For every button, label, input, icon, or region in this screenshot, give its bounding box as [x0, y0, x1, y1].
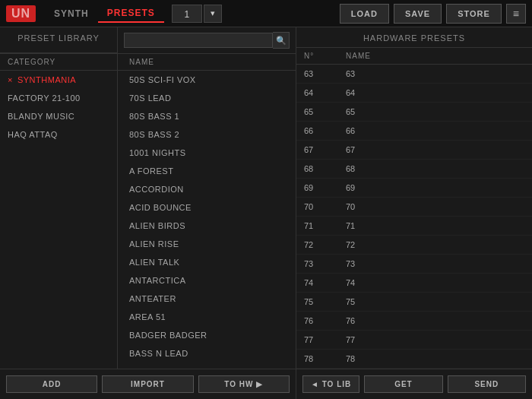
hw-row-number: 73	[296, 259, 338, 268]
list-item[interactable]: 1001 NIGHTS	[118, 144, 296, 162]
preset-number-display: 1	[172, 5, 202, 23]
table-row[interactable]: 6969	[296, 179, 532, 198]
hw-row-name: 76	[338, 316, 532, 325]
hw-items-list: 6363646465656666676768686969707071717272…	[296, 65, 532, 369]
list-item[interactable]: BADGER BADGER	[118, 326, 296, 344]
hw-row-name: 68	[338, 164, 532, 173]
table-row[interactable]: 7171	[296, 217, 532, 236]
save-button[interactable]: SAVE	[394, 4, 442, 24]
table-row[interactable]: 7777	[296, 331, 532, 350]
hw-row-name: 72	[338, 240, 532, 249]
table-row[interactable]: 6666	[296, 122, 532, 141]
category-item[interactable]: FACTORY 21-100	[0, 89, 117, 107]
list-item[interactable]: ANTEATER	[118, 290, 296, 308]
table-row[interactable]: 7575	[296, 293, 532, 312]
hw-row-number: 78	[296, 354, 338, 363]
send-button[interactable]: SEND	[448, 375, 526, 393]
list-item[interactable]: ALIEN RISE	[118, 235, 296, 253]
hw-row-number: 65	[296, 107, 338, 116]
table-row[interactable]: 7373	[296, 255, 532, 274]
list-item[interactable]: 80S BASS 1	[118, 107, 296, 125]
get-button[interactable]: GET	[364, 375, 442, 393]
list-item[interactable]: ACID BOUNCE	[118, 198, 296, 217]
table-row[interactable]: 7070	[296, 198, 532, 217]
hw-row-number: 74	[296, 278, 338, 287]
topbar: UN SYNTH PRESETS 1 ▾ LOAD SAVE STORE ≡	[0, 0, 532, 27]
category-item[interactable]: ×SYNTHMANIA	[0, 71, 117, 89]
list-item[interactable]: ACCORDION	[118, 180, 296, 198]
presets-nav-button[interactable]: PRESETS	[98, 5, 164, 23]
hw-row-name: 70	[338, 202, 532, 211]
hw-name-header: NAME	[338, 52, 532, 60]
list-item[interactable]: AREA 51	[118, 308, 296, 326]
hw-row-name: 63	[338, 69, 532, 78]
hardware-presets-panel: HARDWARE PRESETS N° NAME 636364646565666…	[296, 27, 532, 399]
hw-row-name: 74	[338, 278, 532, 287]
table-row[interactable]: 7272	[296, 236, 532, 255]
list-item[interactable]: A FOREST	[118, 162, 296, 180]
hw-row-name: 75	[338, 297, 532, 306]
list-item[interactable]: 70S LEAD	[118, 89, 296, 107]
hw-row-name: 67	[338, 145, 532, 154]
hw-bottom-bar: ◄ TO LIB GET SEND	[296, 369, 532, 399]
preset-library-panel: PRESET LIBRARY 🔍 CATEGORY NAME ×SYNTHMAN…	[0, 27, 296, 399]
hw-row-name: 69	[338, 183, 532, 192]
category-label: BLANDY MUSIC	[8, 112, 74, 121]
preset-list: 50S SCI-FI VOX70S LEAD80S BASS 180S BASS…	[118, 71, 296, 369]
hw-row-name: 65	[338, 107, 532, 116]
hw-row-number: 70	[296, 202, 338, 211]
table-row[interactable]: 7878	[296, 350, 532, 369]
left-bottom-bar: ADD IMPORT TO HW ▶	[0, 369, 296, 399]
synth-nav-button[interactable]: SYNTH	[45, 5, 98, 22]
active-category-marker: ×	[8, 75, 13, 84]
hw-row-number: 63	[296, 69, 338, 78]
table-row[interactable]: 6464	[296, 84, 532, 103]
import-button[interactable]: IMPORT	[102, 375, 193, 393]
add-button[interactable]: ADD	[6, 375, 97, 393]
list-item[interactable]: ANTARCTICA	[118, 271, 296, 290]
list-item[interactable]: 80S BASS 2	[118, 125, 296, 144]
table-row[interactable]: 6767	[296, 141, 532, 160]
to-hw-button[interactable]: TO HW ▶	[198, 375, 290, 393]
table-row[interactable]: 6868	[296, 160, 532, 179]
hw-row-number: 69	[296, 183, 338, 192]
list-item[interactable]: ALIEN TALK	[118, 253, 296, 271]
hw-row-name: 64	[338, 88, 532, 97]
main-content: PRESET LIBRARY 🔍 CATEGORY NAME ×SYNTHMAN…	[0, 27, 532, 399]
store-button[interactable]: STORE	[446, 4, 502, 24]
preset-library-header: PRESET LIBRARY	[0, 27, 118, 53]
hw-num-header: N°	[296, 52, 338, 60]
load-button[interactable]: LOAD	[340, 4, 389, 24]
category-item[interactable]: BLANDY MUSIC	[0, 107, 117, 125]
hw-row-number: 68	[296, 164, 338, 173]
logo-text: UN	[11, 7, 30, 20]
hw-row-number: 64	[296, 88, 338, 97]
search-input[interactable]	[124, 33, 273, 48]
list-item[interactable]: BASS N LEAD	[118, 344, 296, 363]
hw-row-number: 75	[296, 297, 338, 306]
hw-row-name: 77	[338, 335, 532, 344]
logo: UN	[6, 5, 36, 22]
to-lib-button[interactable]: ◄ TO LIB	[302, 375, 359, 393]
hw-row-number: 66	[296, 126, 338, 135]
list-item[interactable]: 50S SCI-FI VOX	[118, 71, 296, 89]
category-label: SYNTHMANIA	[17, 75, 76, 84]
menu-button[interactable]: ≡	[506, 4, 526, 24]
hw-row-number: 71	[296, 221, 338, 230]
category-column-header: CATEGORY	[0, 54, 118, 70]
preset-dropdown[interactable]: ▾	[204, 5, 222, 23]
search-icon[interactable]: 🔍	[273, 32, 290, 49]
hw-row-number: 72	[296, 240, 338, 249]
category-list: ×SYNTHMANIAFACTORY 21-100BLANDY MUSICHAQ…	[0, 71, 118, 369]
category-item[interactable]: HAQ ATTAQ	[0, 125, 117, 144]
hw-row-name: 66	[338, 126, 532, 135]
table-row[interactable]: 7676	[296, 312, 532, 331]
table-row[interactable]: 6565	[296, 103, 532, 122]
category-label: FACTORY 21-100	[8, 93, 81, 103]
table-row[interactable]: 7474	[296, 274, 532, 293]
table-row[interactable]: 6363	[296, 65, 532, 84]
hw-row-name: 78	[338, 354, 532, 363]
hardware-presets-header: HARDWARE PRESETS	[296, 27, 532, 48]
category-label: HAQ ATTAQ	[8, 130, 58, 139]
list-item[interactable]: ALIEN BIRDS	[118, 217, 296, 235]
